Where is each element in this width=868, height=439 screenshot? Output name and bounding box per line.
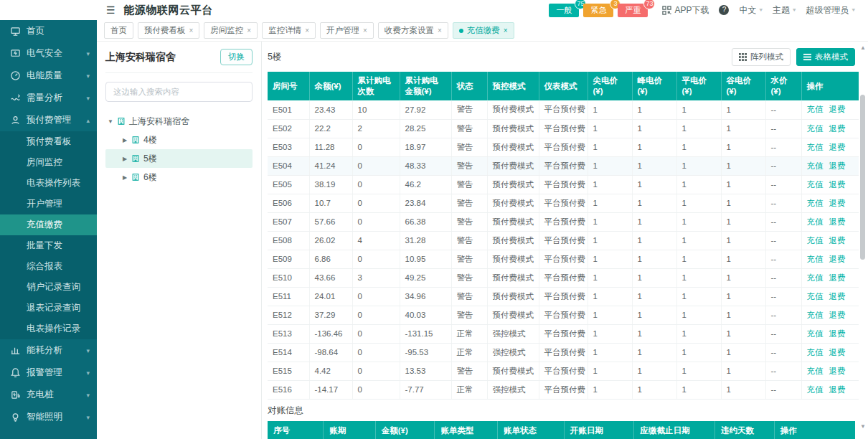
alarm-badge-3[interactable]: 严重73 bbox=[618, 4, 648, 17]
control-mode-cell: 预付费模式 bbox=[487, 306, 539, 324]
recharge-link[interactable]: 充值 bbox=[807, 143, 824, 151]
tab-close-icon[interactable]: × bbox=[363, 27, 367, 34]
recharge-link[interactable]: 充值 bbox=[807, 105, 824, 113]
tab-close-icon[interactable]: × bbox=[438, 27, 442, 34]
refund-link[interactable]: 退费 bbox=[829, 199, 846, 207]
scroll-up-icon[interactable]: ▲ bbox=[859, 44, 867, 52]
recharge-link[interactable]: 充值 bbox=[807, 199, 824, 207]
grid-mode-button[interactable]: 阵列模式 bbox=[732, 48, 791, 66]
tab-close-icon[interactable]: × bbox=[305, 27, 309, 34]
tab-收费方案设置[interactable]: 收费方案设置× bbox=[378, 22, 448, 39]
refund-link[interactable]: 退费 bbox=[829, 143, 846, 151]
refund-link[interactable]: 退费 bbox=[829, 236, 846, 245]
sidebar-item-需量分析[interactable]: 需量分析▾ bbox=[0, 87, 97, 109]
caret-right-icon[interactable]: ▶ bbox=[120, 137, 130, 143]
sidebar-item-电气安全[interactable]: 电气安全▾ bbox=[0, 42, 97, 65]
tab-close-icon[interactable]: × bbox=[247, 27, 251, 34]
app-download-button[interactable]: APP下载 bbox=[662, 4, 709, 16]
tab-监控详情[interactable]: 监控详情× bbox=[262, 22, 316, 39]
recharge-link[interactable]: 充值 bbox=[807, 273, 824, 282]
refund-link[interactable]: 退费 bbox=[829, 385, 846, 394]
recharge-link[interactable]: 充值 bbox=[807, 329, 824, 338]
alarm-badge-1[interactable]: 一般75 bbox=[549, 4, 579, 17]
table-mode-button[interactable]: 表格模式 bbox=[796, 48, 855, 66]
username-label: 超级管理员 bbox=[806, 4, 849, 16]
tab-预付费看板[interactable]: 预付费看板× bbox=[138, 22, 199, 39]
purchase-count-cell: 0 bbox=[352, 324, 400, 343]
refund-link[interactable]: 退费 bbox=[829, 217, 846, 226]
tree-node-4楼[interactable]: ▶4楼 bbox=[105, 131, 253, 149]
sidebar-subitem-批量下发[interactable]: 批量下发 bbox=[0, 235, 97, 256]
tab-close-icon[interactable]: × bbox=[504, 27, 508, 34]
tree-node-6楼[interactable]: ▶6楼 bbox=[105, 168, 253, 187]
caret-down-icon[interactable]: ▼ bbox=[105, 118, 115, 125]
switch-building-button[interactable]: 切换 bbox=[220, 49, 253, 65]
column-header-仪表模式: 仪表模式 bbox=[539, 72, 588, 100]
refund-link[interactable]: 退费 bbox=[829, 161, 846, 170]
sidebar-item-首页[interactable]: 首页 bbox=[0, 20, 97, 42]
recharge-link[interactable]: 充值 bbox=[807, 180, 824, 189]
tab-房间监控[interactable]: 房间监控× bbox=[204, 22, 258, 39]
peak-price-cell: 1 bbox=[632, 194, 676, 212]
sidebar-item-label: 智能照明 bbox=[27, 411, 62, 423]
sidebar-subitem-房间监控[interactable]: 房间监控 bbox=[0, 152, 97, 173]
recharge-link[interactable]: 充值 bbox=[807, 311, 824, 319]
sidebar-subitem-开户管理[interactable]: 开户管理 bbox=[0, 194, 97, 214]
sidebar-item-报警管理[interactable]: 报警管理▾ bbox=[0, 362, 97, 384]
refund-link[interactable]: 退费 bbox=[829, 292, 846, 301]
refund-link[interactable]: 退费 bbox=[829, 367, 846, 375]
recharge-link[interactable]: 充值 bbox=[807, 348, 824, 357]
refund-link[interactable]: 退费 bbox=[829, 311, 846, 319]
refund-link[interactable]: 退费 bbox=[829, 180, 846, 189]
recharge-link[interactable]: 充值 bbox=[807, 161, 824, 170]
user-menu[interactable]: 超级管理员▾ bbox=[806, 4, 855, 16]
recharge-link[interactable]: 充值 bbox=[807, 217, 824, 226]
sidebar-item-电能质量[interactable]: 电能质量▾ bbox=[0, 65, 97, 87]
sidebar-subitem-电表操作记录[interactable]: 电表操作记录 bbox=[0, 318, 97, 339]
tree-node-root[interactable]: ▼上海安科瑞宿舍 bbox=[105, 112, 253, 131]
sidebar-item-智能照明[interactable]: 智能照明▾ bbox=[0, 406, 97, 428]
sidebar-item-预付费管理[interactable]: 预付费管理▴ bbox=[0, 109, 97, 131]
refund-link[interactable]: 退费 bbox=[829, 273, 846, 282]
recharge-link[interactable]: 充值 bbox=[807, 236, 824, 245]
recharge-link[interactable]: 充值 bbox=[807, 255, 824, 263]
sidebar-subitem-综合报表[interactable]: 综合报表 bbox=[0, 256, 97, 277]
recharge-link[interactable]: 充值 bbox=[807, 367, 824, 375]
tree-search-input[interactable] bbox=[105, 82, 253, 102]
refund-link[interactable]: 退费 bbox=[829, 329, 846, 338]
scrollbar[interactable]: ▲ ▼ bbox=[859, 44, 867, 436]
sidebar-item-充电桩[interactable]: 充电桩▾ bbox=[0, 384, 97, 406]
tree-node-5楼[interactable]: ▶5楼 bbox=[105, 149, 253, 168]
tab-开户管理[interactable]: 开户管理× bbox=[320, 22, 374, 39]
sidebar-subitem-预付费看板[interactable]: 预付费看板 bbox=[0, 131, 97, 152]
grid-mode-label: 阵列模式 bbox=[750, 52, 783, 62]
sidebar-subitem-充值缴费[interactable]: 充值缴费 bbox=[0, 214, 97, 235]
recharge-link[interactable]: 充值 bbox=[807, 385, 824, 394]
tab-首页[interactable]: 首页 bbox=[104, 22, 133, 39]
recharge-link[interactable]: 充值 bbox=[807, 292, 824, 301]
caret-right-icon[interactable]: ▶ bbox=[120, 156, 130, 162]
tab-close-icon[interactable]: × bbox=[189, 27, 194, 34]
refund-link[interactable]: 退费 bbox=[829, 105, 846, 113]
sidebar-subitem-电表操作列表[interactable]: 电表操作列表 bbox=[0, 173, 97, 194]
status-cell: 警告 bbox=[451, 362, 487, 380]
refund-link[interactable]: 退费 bbox=[829, 255, 846, 263]
tab-充值缴费[interactable]: 充值缴费× bbox=[453, 22, 514, 39]
operation-cell: 充值退费 bbox=[801, 119, 859, 138]
refund-link[interactable]: 退费 bbox=[829, 124, 846, 133]
scroll-thumb[interactable] bbox=[860, 95, 865, 260]
menu-collapse-icon[interactable]: ☰ bbox=[106, 4, 115, 16]
recharge-link[interactable]: 充值 bbox=[807, 124, 824, 133]
status-cell: 正常 bbox=[451, 343, 487, 362]
sidebar-item-能耗分析[interactable]: 能耗分析▾ bbox=[0, 339, 97, 362]
caret-right-icon[interactable]: ▶ bbox=[120, 174, 130, 181]
refund-link[interactable]: 退费 bbox=[829, 348, 846, 357]
flat-price-cell: 1 bbox=[676, 194, 721, 212]
theme-select[interactable]: 主题▾ bbox=[773, 4, 796, 16]
sidebar-subitem-销户记录查询[interactable]: 销户记录查询 bbox=[0, 277, 97, 298]
language-select[interactable]: 中文▾ bbox=[739, 4, 763, 16]
sidebar-subitem-退表记录查询[interactable]: 退表记录查询 bbox=[0, 298, 97, 318]
help-icon[interactable]: ? bbox=[719, 5, 729, 15]
alarm-badge-2[interactable]: 紧急3 bbox=[583, 4, 613, 17]
scroll-down-icon[interactable]: ▼ bbox=[859, 423, 867, 430]
